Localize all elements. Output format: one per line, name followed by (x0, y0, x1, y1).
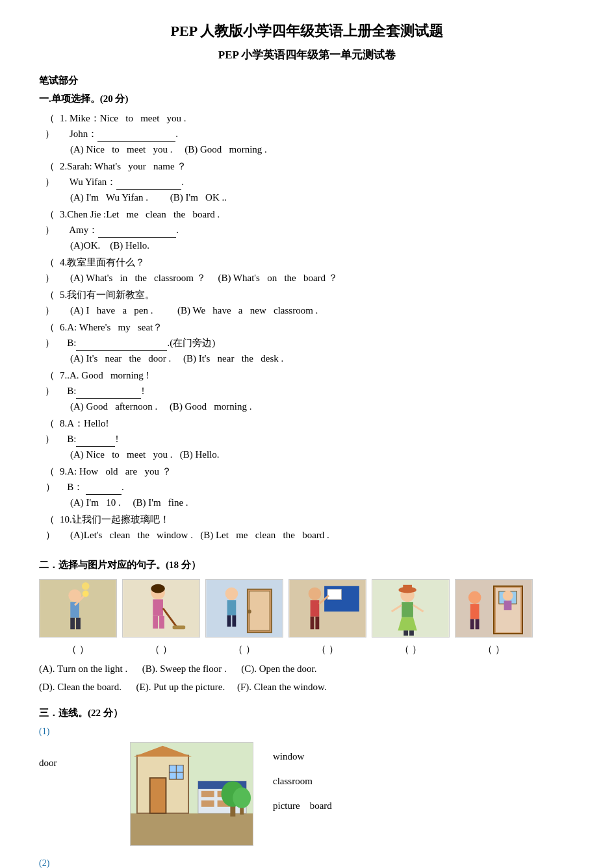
paren-1: （ ） (39, 641, 117, 657)
q7-options: (A) Good afternoon . (B) Good morning . (60, 399, 575, 414)
svg-rect-64 (201, 800, 214, 807)
svg-rect-56 (150, 778, 166, 813)
pic-3 (205, 579, 283, 638)
q4-paren: （ ） (39, 254, 60, 286)
q6-content: 6.A: Where's my seat？ B:.(在门旁边) (A) It's… (60, 319, 575, 366)
question-1: （ ） 1. Mike：Nice to meet you . John：. (A… (39, 110, 575, 157)
lx1-word-classroom: classroom (273, 773, 575, 789)
paren-2: （ ） (122, 641, 200, 657)
q8-line2: B:! (60, 431, 575, 447)
paren-3: （ ） (205, 641, 283, 657)
part2-opt-c: (C). Open the door. (241, 663, 316, 674)
q9-blank (86, 484, 122, 495)
q3-blank (98, 227, 176, 238)
part2-opt-d: (D). Clean the board. (39, 682, 122, 692)
svg-rect-50 (470, 619, 474, 630)
question-2: （ ） 2.Sarah: What's your name ？ Wu Yifan… (39, 158, 575, 205)
q6-options: (A) It's near the door . (B) It's near t… (60, 351, 575, 366)
q6-blank (76, 340, 167, 351)
q10-stem: 10.让我们一起擦玻璃吧！ (60, 512, 575, 527)
part2-section: 二．选择与图片对应的句子。(18 分） (39, 557, 575, 695)
written-section-label: 笔试部分 (39, 73, 575, 88)
q1-options: (A) Nice to meet you . (B) Good morning … (60, 142, 575, 157)
lianxian1-image (130, 742, 253, 846)
svg-rect-18 (227, 601, 237, 615)
svg-rect-6 (76, 618, 81, 630)
part2-opt-f: (F). Clean the window. (237, 682, 327, 692)
pic-5 (372, 579, 450, 638)
svg-rect-22 (249, 591, 270, 631)
paren-6: （ ） (455, 641, 533, 657)
q2-options: (A) I'm Wu Yifan . (B) I'm OK .. (60, 190, 575, 205)
lianxian1-row: door (39, 742, 575, 846)
svg-rect-47 (504, 601, 512, 611)
q5-content: 5.我们有一间新教室。 (A) I have a pen . (B) We ha… (60, 287, 575, 318)
q5-paren: （ ） (39, 287, 60, 318)
q7-paren: （ ） (39, 367, 60, 399)
q3-line2: Amy：. (60, 222, 575, 238)
q3-content: 3.Chen Jie :Let me clean the board . Amy… (60, 206, 575, 253)
q3-paren: （ ） (39, 206, 60, 238)
lianxian1-left-words: door (39, 742, 130, 771)
svg-point-7 (82, 582, 90, 590)
q1-content: 1. Mike：Nice to meet you . John：. (A) Ni… (60, 110, 575, 157)
q4-options: (A) What's in the classroom ？ (B) What's… (60, 270, 575, 286)
q9-stem: 9.A: How old are you ？ (60, 464, 575, 479)
q9-content: 9.A: How old are you ？ B： . (A) I'm 10 .… (60, 464, 575, 510)
svg-point-23 (248, 610, 251, 614)
q1-paren: （ ） (39, 110, 60, 142)
svg-rect-5 (70, 618, 75, 630)
part2-title: 二．选择与图片对应的句子。(18 分） (39, 557, 575, 573)
part2-options-row1: (A). Turn on the light . (B). Sweep the … (39, 661, 575, 676)
q4-content: 4.教室里面有什么？ (A) What's in the classroom ？… (60, 254, 575, 286)
question-9: （ ） 9.A: How old are you ？ B： . (A) I'm … (39, 464, 575, 510)
q2-line2: Wu Yifan：. (60, 174, 575, 190)
q8-paren: （ ） (39, 415, 60, 447)
q10-options: (A)Let's clean the window . (B) Let me c… (60, 527, 575, 543)
part3-title: 三．连线。(22 分） (39, 705, 575, 721)
q7-blank (76, 388, 141, 399)
q7-stem: 7..A. Good morning ! (60, 367, 575, 383)
q1-line2: John：. (60, 126, 575, 142)
svg-rect-26 (327, 589, 342, 600)
svg-point-48 (468, 591, 481, 604)
q8-stem: 8.A：Hello! (60, 415, 575, 431)
lx1-word-door: door (39, 755, 130, 771)
part2-opt-a: (A). Turn on the light . (39, 663, 127, 674)
lianxian2-num: (2) (39, 856, 575, 868)
svg-rect-14 (153, 616, 158, 629)
q2-stem: 2.Sarah: What's your name ？ (60, 158, 575, 174)
q2-paren: （ ） (39, 158, 60, 190)
q5-options: (A) I have a pen . (B) We have a new cla… (60, 303, 575, 318)
svg-rect-19 (227, 615, 231, 627)
page-title: PEP 人教版小学四年级英语上册全套测试题 (39, 19, 575, 42)
q10-paren: （ ） (39, 512, 60, 543)
q3-options: (A)OK. (B) Hello. (60, 238, 575, 253)
svg-rect-35 (403, 585, 412, 591)
q6-paren: （ ） (39, 319, 60, 351)
lianxian1-right-words: window classroom picture board (253, 742, 575, 813)
svg-rect-40 (403, 631, 408, 636)
q1-stem: 1. Mike：Nice to meet you . (60, 110, 575, 126)
svg-rect-49 (470, 604, 480, 619)
svg-rect-13 (173, 626, 186, 630)
question-6: （ ） 6.A: Where's my seat？ B:.(在门旁边) (A) … (39, 319, 575, 366)
lx1-word-window: window (273, 749, 575, 764)
q3-stem: 3.Chen Jie :Let me clean the board . (60, 206, 575, 222)
q8-options: (A) Nice to meet you . (B) Hello. (60, 447, 575, 462)
svg-rect-30 (311, 617, 314, 630)
q1-blank (97, 131, 175, 142)
svg-point-70 (233, 787, 251, 808)
question-8: （ ） 8.A：Hello! B:! (A) Nice to meet you … (39, 415, 575, 462)
question-10: （ ） 10.让我们一起擦玻璃吧！ (A)Let's clean the win… (39, 512, 575, 543)
svg-rect-20 (232, 615, 236, 627)
question-5: （ ） 5.我们有一间新教室。 (A) I have a pen . (B) W… (39, 287, 575, 318)
question-3: （ ） 3.Chen Jie :Let me clean the board .… (39, 206, 575, 253)
pictures-row (39, 579, 575, 638)
q8-content: 8.A：Hello! B:! (A) Nice to meet you . (B… (60, 415, 575, 462)
q2-blank (116, 179, 181, 190)
pic-4 (288, 579, 366, 638)
part2-opt-e: (E). Put up the picture. (136, 682, 225, 692)
svg-rect-62 (201, 791, 214, 797)
q8-blank (76, 436, 115, 447)
